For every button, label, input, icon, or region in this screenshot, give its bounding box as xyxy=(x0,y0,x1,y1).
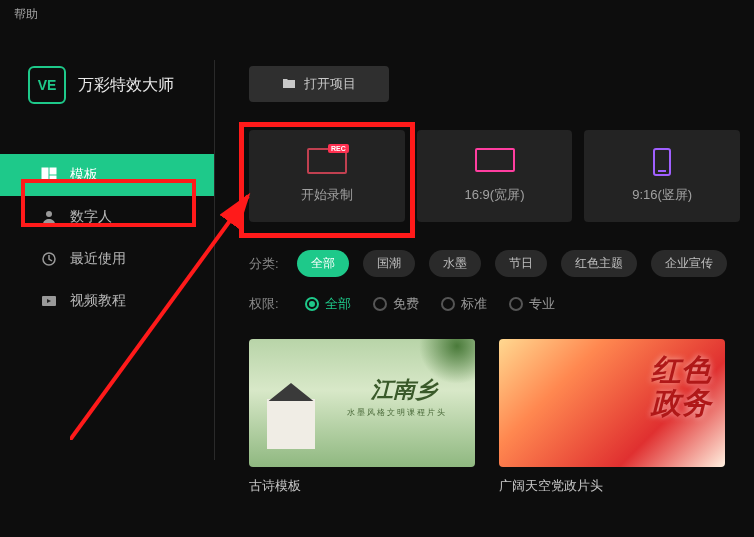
sidebar-item-label: 最近使用 xyxy=(70,250,126,268)
card-label: 开始录制 xyxy=(301,186,353,204)
radio-icon xyxy=(441,297,455,311)
svg-rect-0 xyxy=(42,168,48,182)
template-card[interactable]: 红色 政务 广阔天空党政片头 xyxy=(499,339,725,495)
app-title: 万彩特效大师 xyxy=(78,75,174,96)
card-label: 9:16(竖屏) xyxy=(632,186,692,204)
sidebar-item-label: 视频教程 xyxy=(70,292,126,310)
svg-point-3 xyxy=(46,211,52,217)
video-icon xyxy=(40,292,58,310)
sidebar-item-label: 数字人 xyxy=(70,208,112,226)
thumb-subtitle: 水墨风格文明课程片头 xyxy=(347,407,447,418)
template-card[interactable]: 江南乡 水墨风格文明课程片头 古诗模板 xyxy=(249,339,475,495)
radio-label: 免费 xyxy=(393,295,419,313)
template-thumbnail: 红色 政务 xyxy=(499,339,725,467)
logo-badge: VE xyxy=(28,66,66,104)
radio-label: 专业 xyxy=(529,295,555,313)
permission-radio-all[interactable]: 全部 xyxy=(305,295,351,313)
portrait-icon xyxy=(642,148,682,174)
sidebar-item-digital-human[interactable]: 数字人 xyxy=(0,196,215,238)
permission-label: 权限: xyxy=(249,295,283,313)
main-content: 打开项目 REC 开始录制 16:9(宽屏) 9:16(竖屏) xyxy=(215,30,754,537)
widescreen-icon xyxy=(475,148,515,174)
permission-radio-pro[interactable]: 专业 xyxy=(509,295,555,313)
folder-icon xyxy=(282,77,296,92)
permission-radio-standard[interactable]: 标准 xyxy=(441,295,487,313)
card-label: 16:9(宽屏) xyxy=(465,186,525,204)
radio-icon xyxy=(305,297,319,311)
permission-radio-free[interactable]: 免费 xyxy=(373,295,419,313)
templates-grid: 江南乡 水墨风格文明课程片头 古诗模板 红色 政务 广阔天空党政片头 xyxy=(249,339,740,495)
radio-label: 标准 xyxy=(461,295,487,313)
category-chip[interactable]: 企业宣传 xyxy=(651,250,727,277)
portrait-card[interactable]: 9:16(竖屏) xyxy=(584,130,740,222)
template-title: 广阔天空党政片头 xyxy=(499,477,725,495)
titlebar: 帮助 xyxy=(0,0,754,30)
category-filter-row: 分类: 全部 国潮 水墨 节日 红色主题 企业宣传 xyxy=(249,250,740,277)
svg-rect-1 xyxy=(50,168,56,174)
radio-icon xyxy=(373,297,387,311)
category-label: 分类: xyxy=(249,255,283,273)
template-thumbnail: 江南乡 水墨风格文明课程片头 xyxy=(249,339,475,467)
radio-label: 全部 xyxy=(325,295,351,313)
thumb-calligraphy: 红色 政务 xyxy=(651,353,711,419)
thumb-title: 江南乡 xyxy=(371,375,437,405)
start-record-card[interactable]: REC 开始录制 xyxy=(249,130,405,222)
person-icon xyxy=(40,208,58,226)
permission-filter-row: 权限: 全部 免费 标准 专业 xyxy=(249,295,740,313)
svg-rect-2 xyxy=(50,176,56,182)
action-cards-row: REC 开始录制 16:9(宽屏) 9:16(竖屏) xyxy=(249,130,740,222)
category-chip-all[interactable]: 全部 xyxy=(297,250,349,277)
open-project-label: 打开项目 xyxy=(304,75,356,93)
category-chip[interactable]: 国潮 xyxy=(363,250,415,277)
sidebar-item-templates[interactable]: 模板 xyxy=(0,154,215,196)
sidebar: VE 万彩特效大师 模板 数字人 最近使用 视频教程 xyxy=(0,30,215,537)
clock-icon xyxy=(40,250,58,268)
sidebar-item-label: 模板 xyxy=(70,166,98,184)
category-chip[interactable]: 节日 xyxy=(495,250,547,277)
template-title: 古诗模板 xyxy=(249,477,475,495)
templates-icon xyxy=(40,166,58,184)
menu-help[interactable]: 帮助 xyxy=(14,7,38,21)
open-project-button[interactable]: 打开项目 xyxy=(249,66,389,102)
record-screen-icon: REC xyxy=(307,148,347,174)
widescreen-card[interactable]: 16:9(宽屏) xyxy=(417,130,573,222)
sidebar-item-tutorials[interactable]: 视频教程 xyxy=(0,280,215,322)
sidebar-item-recent[interactable]: 最近使用 xyxy=(0,238,215,280)
category-chip[interactable]: 水墨 xyxy=(429,250,481,277)
app-logo: VE 万彩特效大师 xyxy=(0,66,215,104)
radio-icon xyxy=(509,297,523,311)
category-chip[interactable]: 红色主题 xyxy=(561,250,637,277)
